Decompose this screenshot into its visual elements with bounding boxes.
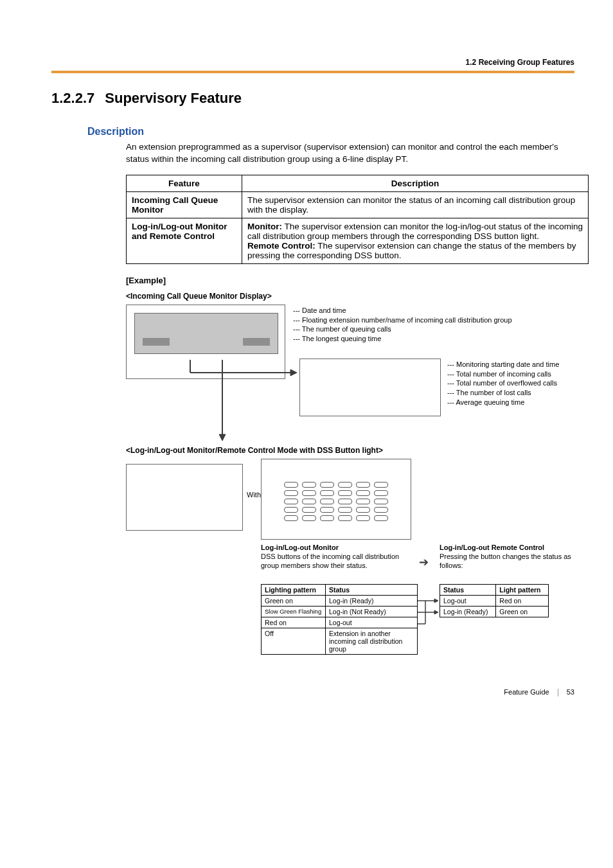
list-item: --- Total number of overflowed calls	[447, 378, 559, 388]
table-row: Green onLog-in (Ready)	[262, 595, 418, 606]
dss-button-icon	[338, 499, 352, 504]
dss-button-icon	[356, 515, 370, 521]
dss-button-icon	[320, 507, 334, 513]
dss-button-icon	[356, 499, 370, 504]
dss-button-icon	[338, 482, 352, 488]
display-screen	[134, 313, 278, 354]
dss-button-icon	[284, 507, 298, 513]
diagram1-title: <Incoming Call Queue Monitor Display>	[126, 292, 574, 301]
description-paragraph: An extension preprogrammed as a supervis…	[126, 141, 574, 166]
cell-description: The supervisor extension can monitor the…	[242, 191, 589, 218]
cell: Log-out	[440, 595, 496, 606]
table-row: Red onLog-out	[262, 617, 418, 628]
section-title: 1.2.2.7Supervisory Feature	[51, 90, 574, 107]
list-item: --- Monitoring starting date and time	[447, 360, 559, 369]
dss-button-icon	[320, 482, 334, 488]
with-label: With	[247, 491, 261, 499]
table-row: Slow Green FlashingLog-in (Not Ready)	[262, 606, 418, 617]
dss-button-icon	[374, 507, 388, 513]
dss-button-icon	[374, 515, 388, 521]
svg-marker-8	[434, 610, 438, 614]
detail-display-outline	[299, 359, 441, 416]
monitor-description: Log-in/Log-out Monitor DSS buttons of th…	[261, 543, 409, 571]
dss-button-icon	[302, 490, 316, 496]
cell: Extension in another incoming call distr…	[326, 628, 418, 654]
dss-button-icon	[356, 490, 370, 496]
cell: Green on	[262, 595, 326, 606]
cell: Log-in (Not Ready)	[326, 606, 418, 617]
th-status: Status	[326, 584, 418, 595]
display-line-list-left: --- Date and time --- Floating extension…	[293, 306, 512, 344]
light-pattern-table: Status Light pattern Log-outRed on Log-i…	[440, 584, 549, 617]
dss-button-icon	[320, 499, 334, 504]
arrow-right-icon: ➔	[419, 555, 429, 569]
table-row: Log-in (Ready)Green on	[440, 606, 549, 617]
svg-marker-6	[434, 599, 438, 603]
cell: Green on	[496, 606, 549, 617]
list-item: --- The number of lost calls	[447, 388, 559, 398]
display-bar	[243, 338, 270, 346]
dss-button-grid	[284, 482, 403, 524]
remote-label: Remote Control:	[247, 241, 315, 251]
dss-button-icon	[356, 507, 370, 513]
dss-button-icon	[338, 515, 352, 521]
page-footer: Feature Guide 53	[504, 688, 574, 696]
list-item: --- Average queuing time	[447, 398, 559, 407]
list-item: --- Date and time	[293, 306, 512, 315]
list-item: --- Floating extension number/name of in…	[293, 315, 512, 325]
table-row: Incoming Call Queue Monitor The supervis…	[127, 191, 589, 218]
th-feature: Feature	[127, 175, 242, 191]
feature-table: Feature Description Incoming Call Queue …	[126, 175, 589, 264]
monitor-label: Monitor:	[247, 222, 282, 231]
display-bar	[143, 338, 170, 346]
dss-button-icon	[284, 482, 298, 488]
diagram-queue-monitor: --- Date and time --- Floating extension…	[126, 305, 589, 439]
table-row: Log-outRed on	[440, 595, 549, 606]
dss-button-icon	[302, 499, 316, 504]
th-status: Status	[440, 584, 496, 595]
dss-button-icon	[284, 490, 298, 496]
footer-guide: Feature Guide	[504, 688, 549, 696]
dss-button-icon	[302, 482, 316, 488]
dss-button-icon	[320, 515, 334, 521]
dss-button-icon	[284, 499, 298, 504]
diagram-remote-control: With Log-in/Log-out Monitor DSS buttons …	[126, 459, 589, 677]
page-header: 1.2 Receiving Group Features	[51, 58, 574, 67]
svg-marker-2	[290, 369, 297, 376]
diagram2-title: <Log-in/Log-out Monitor/Remote Control M…	[126, 446, 574, 455]
remote-heading: Log-in/Log-out Remote Control	[440, 544, 544, 551]
cell-feature: Incoming Call Queue Monitor	[127, 191, 242, 218]
cell-feature: Log-in/Log-out Monitor and Remote Contro…	[127, 218, 242, 263]
th-description: Description	[242, 175, 589, 191]
lighting-pattern-table: Lighting pattern Status Green onLog-in (…	[261, 584, 418, 655]
footer-separator	[558, 689, 558, 696]
arrow-right-icon	[189, 359, 298, 387]
cell: Log-in (Ready)	[440, 606, 496, 617]
dss-button-icon	[374, 499, 388, 504]
dss-button-icon	[284, 515, 298, 521]
list-item: --- The longest queuing time	[293, 334, 512, 344]
monitor-text: DSS buttons of the incoming call distrib…	[261, 553, 399, 569]
table-row: Log-in/Log-out Monitor and Remote Contro…	[127, 218, 589, 263]
pt-outline	[126, 464, 243, 531]
monitor-heading: Log-in/Log-out Monitor	[261, 544, 339, 551]
list-item: --- The number of queuing calls	[293, 324, 512, 334]
footer-page-number: 53	[567, 688, 574, 696]
th-pattern: Light pattern	[496, 584, 549, 595]
section-name: Supervisory Feature	[105, 90, 242, 106]
dss-button-icon	[320, 490, 334, 496]
monitor-text: The supervisor extension can monitor the…	[247, 222, 583, 241]
remote-text: Pressing the button changes the status a…	[440, 553, 571, 569]
dss-button-icon	[302, 507, 316, 513]
cell: Log-out	[326, 617, 418, 628]
dss-button-icon	[338, 490, 352, 496]
header-rule	[51, 71, 574, 73]
dss-button-icon	[374, 490, 388, 496]
description-heading: Description	[87, 126, 574, 137]
cell: Off	[262, 628, 326, 654]
example-label: [Example]	[126, 276, 574, 285]
remote-description: Log-in/Log-out Remote Control Pressing t…	[440, 543, 587, 571]
dss-button-icon	[338, 507, 352, 513]
dss-button-icon	[374, 482, 388, 488]
dss-button-icon	[302, 515, 316, 521]
